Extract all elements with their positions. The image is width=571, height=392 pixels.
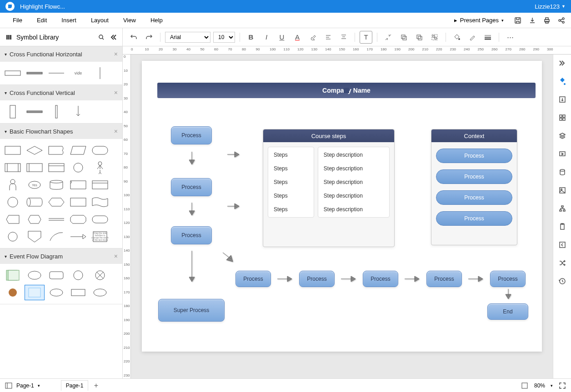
node-process[interactable]: Process (490, 271, 526, 287)
shape-thumb[interactable] (90, 212, 110, 227)
shape-thumb[interactable] (90, 285, 110, 300)
shape-thumb[interactable] (25, 65, 45, 81)
shape-thumb[interactable]: Drag the sidehandles tochange the widtho… (90, 229, 110, 244)
shape-thumb[interactable] (68, 194, 88, 210)
font-family-select[interactable]: Arial (165, 32, 210, 43)
menu-help[interactable]: Help (143, 13, 170, 28)
layers-icon[interactable] (557, 131, 567, 141)
canvas-scroll[interactable]: Company Name Process Process Process Sup… (131, 55, 553, 378)
shape-thumb[interactable] (3, 160, 23, 175)
font-size-select[interactable]: 10 (213, 32, 235, 43)
slideshow-icon[interactable] (557, 149, 567, 159)
share-icon[interactable] (557, 16, 566, 25)
node-process[interactable]: Process (426, 271, 462, 287)
download-icon[interactable] (528, 16, 536, 25)
export-icon[interactable] (557, 94, 567, 104)
lib-header-cross-v[interactable]: ▾Cross Functional Vertical× (0, 85, 122, 100)
shape-thumb[interactable] (68, 268, 88, 283)
fullscreen-icon[interactable] (558, 382, 566, 390)
node-super-process[interactable]: Super Process (158, 299, 225, 322)
group-button[interactable] (428, 31, 441, 44)
shape-thumb[interactable] (46, 268, 66, 283)
shape-thumb[interactable] (90, 194, 110, 210)
align-button[interactable] (322, 31, 335, 44)
highlight-button[interactable] (306, 31, 319, 44)
shape-thumb[interactable] (46, 104, 66, 119)
close-icon[interactable]: × (114, 50, 118, 58)
shape-thumb[interactable] (25, 104, 45, 119)
pages-view-icon[interactable] (5, 382, 13, 390)
shape-thumb[interactable] (46, 177, 66, 193)
image-icon[interactable] (557, 185, 567, 195)
lib-header-basic[interactable]: ▾Basic Flowchart Shapes× (0, 124, 122, 139)
shape-thumb[interactable] (68, 143, 88, 158)
node-process[interactable]: Process (171, 126, 212, 144)
toback-button[interactable] (413, 31, 426, 44)
menu-insert[interactable]: Insert (54, 13, 84, 28)
theme-icon[interactable] (557, 76, 567, 86)
shape-thumb[interactable] (3, 104, 23, 119)
shape-thumb[interactable] (46, 229, 66, 244)
context-item[interactable]: Process (436, 169, 512, 184)
page-menu-label[interactable]: Page-1 (16, 382, 34, 389)
text-tool-button[interactable]: T (360, 31, 372, 44)
fit-window-icon[interactable] (521, 382, 529, 390)
shape-thumb[interactable] (46, 143, 66, 158)
shape-thumb[interactable] (3, 177, 23, 193)
shape-thumb[interactable] (25, 194, 45, 210)
shape-thumb[interactable] (90, 160, 110, 175)
shape-thumb[interactable] (46, 160, 66, 175)
database-icon[interactable] (557, 167, 567, 177)
fill-button[interactable] (451, 31, 463, 44)
shape-thumb[interactable] (3, 194, 23, 210)
shape-thumb[interactable] (46, 212, 66, 227)
shape-thumb[interactable] (68, 177, 88, 193)
node-process[interactable]: Process (171, 178, 212, 196)
shape-thumb[interactable]: vide (68, 65, 88, 81)
menu-view[interactable]: View (116, 13, 143, 28)
node-process[interactable]: Process (235, 271, 271, 287)
valign-button[interactable] (337, 31, 350, 44)
history-icon[interactable] (557, 276, 567, 286)
node-end[interactable]: End (487, 303, 528, 320)
tofront-button[interactable] (397, 31, 410, 44)
shape-thumb[interactable] (68, 285, 88, 300)
chevron-down-icon[interactable]: ▾ (38, 383, 40, 388)
shape-thumb[interactable] (46, 285, 66, 300)
context-item[interactable]: Process (436, 149, 512, 163)
clipboard-icon[interactable] (557, 222, 567, 232)
page-tab[interactable]: Page-1 (61, 380, 89, 391)
node-process[interactable]: Process (299, 271, 335, 287)
more-button[interactable]: ⋯ (504, 31, 516, 44)
connector-button[interactable] (382, 31, 395, 44)
shape-thumb[interactable] (90, 143, 110, 158)
panel-course[interactable]: Course steps Steps Steps Steps Steps Ste… (263, 129, 395, 247)
close-icon[interactable]: × (114, 128, 118, 135)
close-icon[interactable]: × (114, 253, 118, 260)
diagram-title[interactable]: Company Name (157, 83, 536, 98)
shape-thumb[interactable] (90, 65, 110, 81)
shuffle-icon[interactable] (557, 258, 567, 268)
canvas-page[interactable]: Company Name Process Process Process Sup… (142, 61, 542, 352)
shape-thumb[interactable] (3, 285, 23, 300)
close-icon[interactable]: × (114, 89, 118, 96)
context-item[interactable]: Process (436, 211, 512, 226)
shape-thumb[interactable] (68, 104, 88, 119)
lib-header-cross-h[interactable]: ▾Cross Functional Horizontal× (0, 46, 122, 62)
shape-thumb[interactable]: Yes (25, 177, 45, 193)
shape-thumb[interactable] (46, 194, 66, 210)
user-menu[interactable]: Lizzie123 ▼ (535, 3, 566, 10)
panel-context[interactable]: Context Process Process Process Process (431, 129, 517, 245)
print-icon[interactable] (543, 16, 551, 25)
expand-panel-icon[interactable] (557, 58, 567, 68)
bold-button[interactable]: B (245, 31, 257, 44)
present-pages-button[interactable]: ▸ Present Pages ▾ (451, 15, 507, 25)
collapse-icon[interactable] (110, 34, 117, 41)
sitemap-icon[interactable] (557, 203, 567, 213)
shape-thumb[interactable] (25, 229, 45, 244)
font-color-button[interactable]: A (291, 31, 304, 44)
shape-thumb[interactable] (25, 160, 45, 175)
redo-button[interactable] (143, 31, 155, 44)
italic-button[interactable]: I (260, 31, 273, 44)
menu-layout[interactable]: Layout (84, 13, 116, 28)
